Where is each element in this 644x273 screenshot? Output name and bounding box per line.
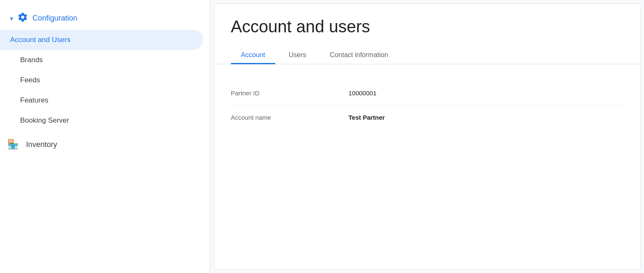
main-panel: Account and users Account Users Contact …: [214, 3, 641, 270]
sidebar-item-feeds[interactable]: Feeds: [0, 70, 210, 90]
partner-id-row: Partner ID 10000001: [231, 81, 623, 105]
tabs-bar: Account Users Contact information: [214, 46, 640, 64]
sidebar-item-booking-server[interactable]: Booking Server: [0, 110, 210, 131]
sidebar-configuration-header[interactable]: ▾ Configuration: [0, 7, 210, 30]
account-info-table: Partner ID 10000001 Account name Test Pa…: [231, 81, 623, 129]
inventory-icon: 🏪: [7, 139, 18, 150]
configuration-label: Configuration: [32, 14, 77, 23]
sidebar-item-label: Booking Server: [20, 116, 69, 124]
sidebar-item-account-and-users[interactable]: Account and Users: [0, 30, 203, 50]
sidebar-item-label: Account and Users: [10, 36, 71, 44]
configuration-chevron-icon: ▾: [10, 15, 13, 22]
partner-id-label: Partner ID: [231, 89, 348, 97]
inventory-label: Inventory: [26, 140, 57, 149]
tab-contact-information[interactable]: Contact information: [320, 46, 399, 64]
account-name-label: Account name: [231, 114, 348, 121]
sidebar-item-features[interactable]: Features: [0, 90, 210, 110]
account-tab-content: Partner ID 10000001 Account name Test Pa…: [214, 64, 640, 269]
page-title: Account and users: [214, 4, 640, 46]
sidebar-item-label: Feeds: [20, 76, 40, 84]
gear-icon: [17, 12, 28, 25]
account-name-value: Test Partner: [348, 114, 385, 121]
sidebar-item-brands[interactable]: Brands: [0, 50, 210, 70]
account-name-row: Account name Test Partner: [231, 105, 623, 129]
sidebar-item-label: Features: [20, 96, 48, 104]
sidebar: ▾ Configuration Account and Users Brands…: [0, 0, 210, 273]
partner-id-value: 10000001: [348, 89, 377, 97]
sidebar-item-label: Brands: [20, 56, 43, 64]
sidebar-inventory-header[interactable]: ▾ 🏪 Inventory: [0, 134, 210, 155]
tab-account[interactable]: Account: [231, 46, 275, 64]
tab-users[interactable]: Users: [279, 46, 317, 64]
